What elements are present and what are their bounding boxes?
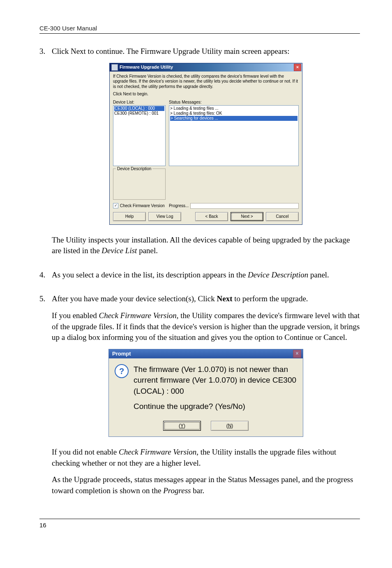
firmware-upgrade-window: Firmware Upgrade Utility × If Check Firm… — [109, 63, 302, 225]
step-5-text-2: If you enabled Check Firmware Version, t… — [52, 310, 360, 343]
status-line: > Searching for devices ... — [170, 116, 297, 121]
yes-button[interactable]: (Y) — [163, 421, 201, 431]
click-next-text: Click Next to begin. — [113, 92, 299, 97]
app-icon — [111, 64, 118, 71]
device-description-legend: Device Description — [116, 166, 152, 172]
status-messages-label: Status Messages: — [169, 99, 201, 105]
device-list-item[interactable]: CE300 (REMOTE) : 001 — [114, 111, 159, 115]
help-button[interactable]: Help — [113, 212, 146, 221]
step-5-text-1: After you have made your device selectio… — [52, 293, 360, 305]
dialog-message-2: Continue the upgrade? (Yes/No) — [134, 401, 296, 412]
list-number-5: 5. — [39, 293, 52, 305]
page-number: 16 — [39, 522, 360, 529]
cancel-button[interactable]: Cancel — [266, 212, 299, 221]
device-list[interactable]: CE300 (LOCAL) : 000 CE300 (REMOTE) : 001 — [113, 105, 166, 166]
status-messages: > Loading & testing files ... > Loading … — [169, 105, 299, 166]
progress-bar — [190, 203, 299, 209]
instruction-text: If Check Firmware Version is checked, th… — [113, 74, 299, 90]
running-header: CE-300 User Manual — [39, 25, 360, 32]
status-line: > Loading & testing files: OK — [170, 111, 222, 115]
dialog-title: Prompt — [112, 350, 131, 358]
footer-rule — [39, 519, 360, 519]
dialog-message-1: The firmware (Ver 1.0.070) is not newer … — [134, 364, 296, 397]
question-icon: ? — [115, 364, 129, 378]
progress-label: Progress... — [169, 203, 189, 209]
close-icon[interactable]: × — [293, 350, 301, 358]
window-title: Firmware Upgrade Utility — [120, 64, 173, 70]
no-button[interactable]: (N) — [211, 421, 249, 431]
device-list-item[interactable]: CE300 (LOCAL) : 000 — [114, 106, 164, 111]
window-titlebar: Firmware Upgrade Utility × — [110, 63, 302, 72]
step-5-text-4: As the Upgrade proceeds, status messages… — [52, 474, 360, 496]
device-list-label: Device List: — [113, 99, 166, 105]
step-4-text: As you select a device in the list, its … — [52, 270, 360, 281]
step-5-text-3: If you did not enable Check Firmware Ver… — [52, 447, 360, 469]
check-firmware-checkbox[interactable]: ✓ — [113, 203, 118, 208]
prompt-dialog: Prompt × ? The firmware (Ver 1.0.070) is… — [108, 349, 303, 437]
close-icon[interactable]: × — [294, 64, 301, 71]
header-rule — [39, 33, 360, 34]
next-button[interactable]: Next > — [231, 212, 263, 221]
check-firmware-label: Check Firmware Version — [120, 203, 165, 209]
back-button[interactable]: < Back — [195, 212, 228, 221]
list-number-3: 3. — [39, 46, 52, 57]
list-number-4: 4. — [39, 270, 52, 281]
device-description-group: Device Description — [113, 169, 166, 200]
step-3-text: Click Next to continue. The Firmware Upg… — [52, 46, 360, 57]
status-line: > Loading & testing files ... — [170, 106, 219, 111]
dialog-titlebar: Prompt × — [109, 349, 303, 358]
step-3-after: The Utility inspects your installation. … — [52, 235, 360, 256]
view-log-button[interactable]: View Log — [148, 212, 181, 221]
